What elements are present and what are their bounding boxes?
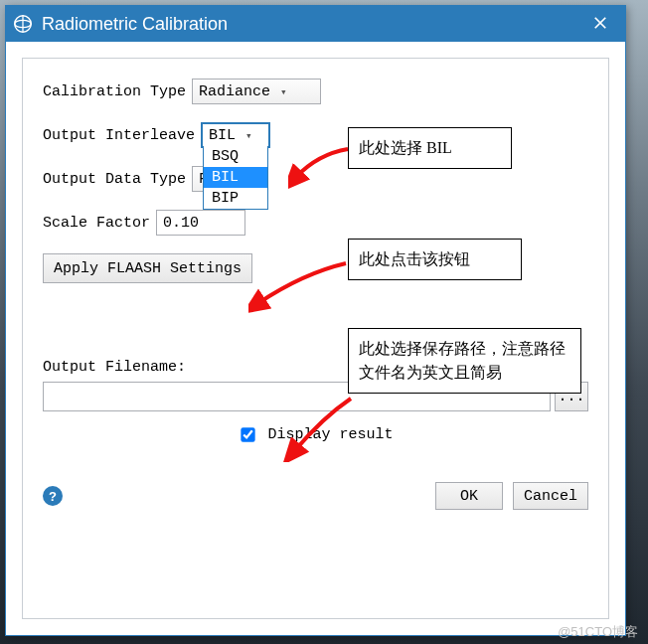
annotation-apply: 此处点击该按钮 [348, 239, 522, 280]
output-filename-label: Output Filename: [43, 359, 186, 376]
scale-factor-row: Scale Factor 0.10 [43, 210, 588, 236]
dialog-window: Radiometric Calibration Calibration Type… [5, 5, 626, 636]
calibration-type-row: Calibration Type Radiance ▾ [43, 79, 588, 104]
interleave-option-bip[interactable]: BIP [204, 188, 267, 209]
data-type-label: Output Data Type [43, 171, 186, 188]
chevron-down-icon: ▾ [280, 85, 287, 98]
calibration-type-value: Radiance [199, 83, 270, 100]
scale-factor-value: 0.10 [163, 215, 199, 232]
chevron-down-icon: ▾ [245, 129, 252, 142]
annotation-apply-text: 此处点击该按钮 [359, 250, 470, 267]
interleave-option-bsq[interactable]: BSQ [204, 146, 267, 167]
app-icon [12, 13, 34, 35]
cancel-button[interactable]: Cancel [513, 482, 588, 510]
interleave-option-bil[interactable]: BIL [204, 167, 267, 188]
scale-factor-input[interactable]: 0.10 [156, 210, 245, 236]
display-result-row: Display result [43, 425, 588, 444]
interleave-label: Output Interleave [43, 127, 195, 144]
calibration-type-select[interactable]: Radiance ▾ [192, 79, 321, 104]
titlebar[interactable]: Radiometric Calibration [6, 6, 625, 42]
ok-label: OK [460, 488, 478, 505]
annotation-path: 此处选择保存路径，注意路径文件名为英文且简易 [348, 328, 581, 394]
interleave-value: BIL [209, 127, 236, 144]
ok-button[interactable]: OK [435, 482, 503, 510]
scale-factor-label: Scale Factor [43, 215, 150, 232]
display-result-checkbox[interactable] [242, 427, 255, 441]
data-type-row: Output Data Type F ▾ [43, 166, 588, 192]
calibration-type-label: Calibration Type [43, 83, 186, 100]
watermark: @51CTO博客 [558, 623, 638, 641]
help-icon[interactable]: ? [43, 486, 63, 506]
annotation-bil: 此处选择 BIL [348, 127, 512, 169]
apply-flaash-label: Apply FLAASH Settings [54, 260, 242, 277]
close-icon[interactable] [583, 14, 617, 35]
window-title: Radiometric Calibration [42, 14, 583, 35]
interleave-select[interactable]: BIL ▾ BSQ BIL BIP [201, 122, 270, 148]
display-result-label: Display result [267, 426, 393, 443]
interleave-dropdown: BSQ BIL BIP [203, 146, 268, 210]
dialog-footer: ? OK Cancel [43, 474, 588, 512]
annotation-bil-text: 此处选择 BIL [359, 139, 452, 156]
apply-flaash-button[interactable]: Apply FLAASH Settings [43, 253, 252, 283]
cancel-label: Cancel [524, 488, 577, 505]
annotation-path-text: 此处选择保存路径，注意路径文件名为英文且简易 [359, 340, 566, 381]
